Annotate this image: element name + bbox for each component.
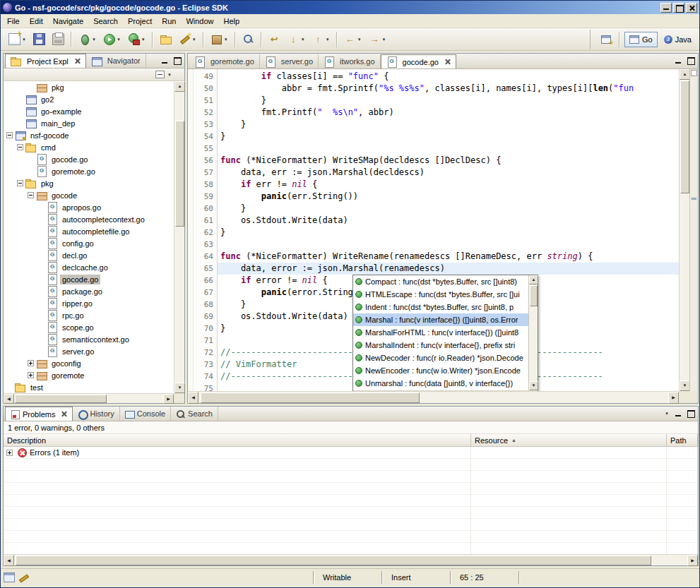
popup-horizontal-scrollbar[interactable]: ◀ ▶ [353, 390, 528, 391]
scroll-up-icon[interactable]: ▲ [529, 275, 538, 284]
code-line-58[interactable]: if err != nil { [218, 179, 679, 191]
next-annotation-dropdown-icon[interactable]: ▼ [301, 37, 305, 42]
code-line-50[interactable]: abbr = fmt.Sprintf("%s %s%s", classes[i]… [218, 83, 679, 95]
menu-window[interactable]: Window [181, 16, 218, 27]
scrollbar-thumb[interactable] [201, 392, 420, 403]
code-line-54[interactable]: } [218, 131, 679, 143]
minimize-editor-icon[interactable] [673, 56, 684, 66]
tree-item-goconfig[interactable]: goconfig [4, 357, 174, 369]
collapse-icon[interactable] [6, 132, 13, 138]
tree-item-test[interactable]: test [4, 381, 174, 393]
completion-item[interactable]: Marshal : func(v interface{}) ([]uint8, … [353, 313, 528, 326]
new-go-element-dropdown-icon[interactable]: ▼ [224, 37, 228, 42]
menu-run[interactable]: Run [157, 16, 181, 27]
tree-item-go2[interactable]: go2 [4, 93, 174, 105]
new-dropdown-icon[interactable]: ▼ [22, 37, 26, 42]
scroll-right-icon[interactable]: ▶ [668, 392, 679, 404]
tree-item-scope-go[interactable]: scope.go [4, 321, 174, 333]
occurrence-marker[interactable] [692, 198, 696, 200]
tree-item-pkg[interactable]: pkg [4, 177, 174, 189]
scroll-down-icon[interactable]: ▼ [529, 381, 538, 390]
scrollbar-thumb[interactable] [530, 285, 538, 306]
new-wizard-button[interactable]: ▼ [176, 31, 199, 48]
view-tab-project-expl[interactable]: Project Expl [5, 54, 86, 68]
overview-header-icon[interactable] [691, 70, 697, 76]
view-menu-icon[interactable]: ▼ [167, 70, 172, 80]
completion-item[interactable]: Indent : func(dst *bytes.Buffer, src []u… [353, 301, 528, 313]
tree-item-autocompletecontext-go[interactable]: autocompletecontext.go [4, 213, 174, 225]
scrollbar-thumb[interactable] [16, 556, 651, 565]
code-line-65[interactable]: data, error := json.Marshal(renamedescs) [218, 263, 679, 275]
close-tab-icon[interactable] [444, 59, 451, 65]
menu-edit[interactable]: Edit [25, 16, 48, 27]
scroll-up-icon[interactable]: ▲ [174, 81, 185, 92]
code-line-55[interactable] [218, 143, 679, 155]
tree-item-goremote-go[interactable]: goremote.go [4, 165, 174, 177]
expand-icon[interactable] [6, 450, 13, 456]
code-line-59[interactable]: panic(err.String()) [218, 191, 679, 203]
print-button[interactable] [49, 31, 67, 48]
scrollbar-thumb[interactable] [15, 395, 107, 403]
tree-item-gocode-go[interactable]: gocode.go [4, 273, 174, 285]
view-tab-history[interactable]: History [73, 407, 119, 421]
view-menu-icon[interactable]: ▼ [661, 409, 672, 419]
menu-project[interactable]: Project [123, 16, 157, 27]
maximize-view-icon[interactable] [685, 409, 696, 419]
completion-item[interactable]: NewDecoder : func(r io.Reader) *json.Dec… [353, 352, 528, 364]
scroll-down-icon[interactable]: ▼ [680, 380, 690, 391]
scroll-right-icon[interactable]: ▶ [163, 394, 174, 404]
editor-horizontal-scrollbar[interactable]: ◀ ▶ [188, 391, 679, 403]
forward-button[interactable]: →▼ [366, 31, 389, 48]
code-line-56[interactable]: func (*NiceFormatter) WriteSMap(decldesc… [218, 155, 679, 167]
title-bar[interactable]: Go - nsf-gocode/src/pkg/gocode/gocode.go… [1, 1, 699, 14]
save-button[interactable] [30, 31, 48, 48]
external-tools-dropdown-icon[interactable]: ▼ [141, 37, 146, 42]
tree-item-rpc-go[interactable]: rpc.go [4, 309, 174, 321]
code-line-63[interactable] [218, 239, 679, 251]
perspective-go[interactable]: Go [624, 32, 658, 47]
new-wizard-dropdown-icon[interactable]: ▼ [192, 37, 196, 42]
explorer-vertical-scrollbar[interactable]: ▲ ▼ [174, 81, 184, 393]
completion-item[interactable]: HTMLEscape : func(dst *bytes.Buffer, src… [353, 288, 528, 301]
editor-tab-server-go[interactable]: server.go [260, 54, 319, 68]
next-annotation-button[interactable]: ↓▼ [285, 31, 308, 48]
menu-file[interactable]: File [2, 16, 25, 27]
new-go-element-button[interactable]: ▼ [208, 31, 231, 48]
scrollbar-thumb[interactable] [680, 80, 689, 193]
column-header-path[interactable]: Path [667, 434, 698, 446]
view-tab-console[interactable]: Console [120, 407, 171, 421]
editor-tab-goremote-go[interactable]: goremote.go [189, 54, 260, 68]
search-button[interactable] [239, 31, 257, 48]
expand-icon[interactable] [28, 372, 34, 378]
maximize-button[interactable] [673, 3, 684, 13]
line-number-ruler[interactable]: 4950515253545556575859606162636465666768… [194, 69, 218, 391]
minimize-button[interactable] [660, 3, 672, 13]
scroll-right-icon[interactable]: ▶ [687, 555, 698, 566]
tree-item-ripper-go[interactable]: ripper.go [4, 297, 174, 309]
close-button[interactable] [686, 3, 697, 13]
tree-item-semanticcontext-go[interactable]: semanticcontext.go [4, 333, 174, 345]
tree-item-declcache-go[interactable]: declcache.go [4, 261, 174, 273]
code-line-60[interactable]: } [218, 203, 679, 215]
back-button[interactable]: ←▼ [341, 31, 364, 48]
code-line-49[interactable]: if classes[i] == "func" { [218, 71, 679, 83]
tree-item-gocode-go[interactable]: gocode.go [4, 153, 174, 165]
tree-item-apropos-go[interactable]: apropos.go [4, 201, 174, 213]
popup-vertical-scrollbar[interactable]: ▲ ▼ [528, 275, 538, 390]
problems-row[interactable]: Errors (1 item) [4, 447, 698, 459]
menu-search[interactable]: Search [88, 16, 123, 27]
tree-item-server-go[interactable]: server.go [4, 345, 174, 357]
tree-item-autocompletefile-go[interactable]: autocompletefile.go [4, 225, 174, 237]
view-tab-search[interactable]: Search [171, 407, 218, 421]
editor-tab-gocode-go[interactable]: gocode.go [381, 54, 456, 68]
view-tab-problems[interactable]: Problems [5, 407, 73, 421]
tree-item-go-example[interactable]: go-example [4, 105, 174, 117]
editor-vertical-scrollbar[interactable]: ▲ ▼ [679, 69, 689, 391]
collapse-icon[interactable] [17, 144, 23, 150]
menu-navigate[interactable]: Navigate [48, 16, 88, 27]
code-line-57[interactable]: data, err := json.Marshal(decldescs) [218, 167, 679, 179]
completion-item[interactable]: MarshalForHTML : func(v interface{}) ([]… [353, 326, 528, 339]
scroll-left-icon[interactable]: ◀ [4, 555, 14, 566]
external-tools-button[interactable]: ▼ [125, 31, 148, 48]
tree-item-decl-go[interactable]: decl.go [4, 249, 174, 261]
